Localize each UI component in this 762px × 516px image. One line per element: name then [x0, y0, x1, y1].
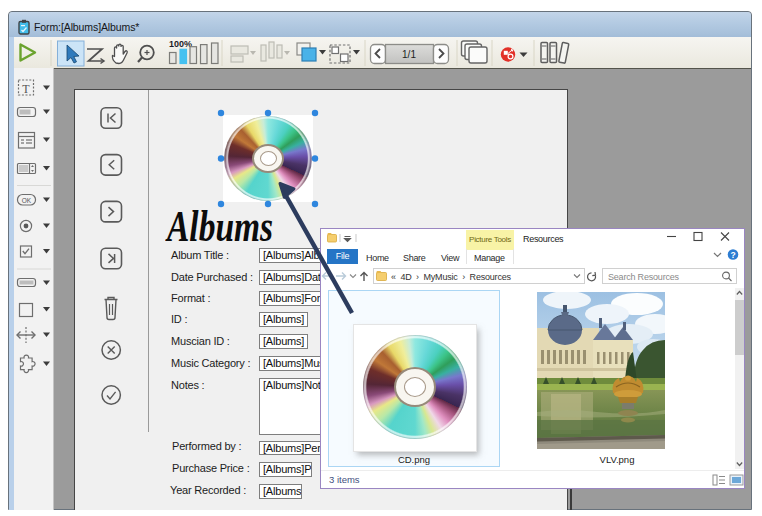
- svg-text:?: ?: [730, 250, 735, 260]
- svg-text:100%: 100%: [169, 39, 192, 49]
- svg-text:1/1: 1/1: [402, 49, 416, 60]
- svg-text:OK: OK: [22, 197, 32, 204]
- svg-text:T: T: [22, 82, 30, 96]
